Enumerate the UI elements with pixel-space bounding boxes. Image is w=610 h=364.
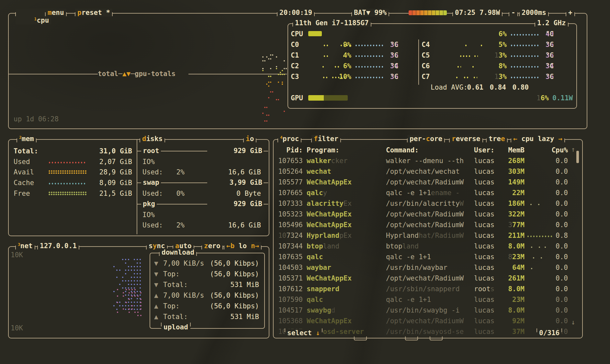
graph-dot: [137, 262, 138, 264]
graph-dot: [268, 82, 269, 83]
proc-header-program[interactable]: Program:: [307, 146, 339, 154]
graph-dot: [119, 270, 120, 271]
menu-button[interactable]: menu: [45, 9, 66, 17]
net-row-value: (56,0 Kibps): [194, 292, 259, 299]
proc-scrollbar[interactable]: [576, 151, 579, 163]
net-device-switcher[interactable]: ←b lo n→: [224, 242, 261, 250]
disk-name: pkg: [141, 200, 157, 208]
core-usage-dots: [473, 76, 477, 79]
proc-program: WeChatAppEx: [307, 210, 352, 218]
graph-dot: [113, 266, 115, 267]
proc-select-button[interactable]: select ↓: [285, 329, 322, 337]
proc-command-value: Hyprland: [386, 232, 419, 239]
proc-program-value: WeChatAppEx: [307, 221, 352, 229]
graph-dot: [113, 291, 115, 292]
graph-dot: [125, 259, 126, 260]
proc-user: lucas: [474, 306, 494, 314]
download-title: download: [159, 248, 197, 256]
proc-command-ghost: hat/RadiumW: [419, 232, 464, 239]
preset-button[interactable]: preset *: [75, 9, 112, 17]
sort-prev-icon: ←: [513, 135, 517, 143]
proc-cpu: 0.0: [547, 200, 568, 207]
proc-program-ghost: land: [323, 242, 340, 250]
graph-dot: [131, 289, 133, 290]
core-temp-wrap: 36°C: [390, 41, 398, 49]
proc-header-user[interactable]: User:: [474, 146, 494, 154]
proc-mem-value: 8.0M: [508, 242, 525, 250]
graph-dot: [530, 204, 532, 205]
proc-tree-button[interactable]: tree: [486, 135, 507, 143]
interval-increase-button[interactable]: +: [566, 9, 575, 17]
proc-user-value: lucas: [474, 221, 494, 229]
proc-cpu: 0.0: [547, 221, 568, 229]
mem-box-title[interactable]: 2mem: [17, 135, 36, 143]
proc-user: lucas: [474, 168, 494, 175]
graph-dot: [286, 68, 287, 69]
proc-header-pid[interactable]: Pid:: [274, 146, 303, 154]
proc-header-mem[interactable]: MemB: [495, 146, 525, 154]
graph-dot: [134, 302, 135, 303]
net-zero-button[interactable]: zero: [202, 242, 223, 250]
proc-mem: 823M: [495, 253, 525, 261]
graph-dot: [278, 74, 279, 75]
core-graph-dots: [511, 66, 540, 68]
interval-decrease-button[interactable]: -: [509, 9, 518, 17]
proc-user: lucas: [474, 317, 494, 325]
mem-row-label: Used: [14, 158, 30, 166]
proc-header-command[interactable]: Command:: [386, 146, 419, 154]
proc-pid-value: 107590: [278, 296, 303, 303]
proc-command: qalc -e 1+1: [386, 296, 431, 303]
graph-dot: [268, 58, 269, 60]
net-box-title[interactable]: 3net: [16, 242, 35, 250]
disks-io-title[interactable]: io: [243, 135, 256, 143]
proc-mem-value: 8.0M: [508, 306, 525, 314]
proc-header-cpu[interactable]: Cpu%: [547, 146, 568, 154]
mem-row-value: 21,5 GiB: [88, 190, 132, 197]
core-name: C5: [422, 51, 430, 59]
core-pct: 9%: [325, 41, 351, 49]
graph-dot: [134, 284, 135, 285]
proc-mem: 268M: [495, 157, 525, 165]
core-graph-dots: [511, 55, 540, 57]
proc-mem-value: 23M: [512, 296, 525, 303]
proc-user: lucas: [474, 178, 494, 186]
proc-mem: 149M: [495, 178, 525, 186]
proc-sort-selector[interactable]: ← cpu lazy →: [511, 135, 565, 143]
cpu-graph-divider-label[interactable]: total─▲▼─gpu-totals: [98, 70, 175, 78]
core-pct: 10%: [325, 73, 351, 81]
graph-dot: [128, 259, 129, 260]
proc-reverse-button[interactable]: reverse: [449, 135, 483, 143]
graph-dot: [128, 270, 129, 271]
proc-user-value: lucas: [474, 317, 494, 325]
graph-dot: [284, 111, 285, 112]
proc-mem-value: 303M: [508, 168, 525, 175]
proc-program-value: swaybg: [307, 306, 331, 314]
graph-dot: [270, 54, 271, 56]
disks-title[interactable]: disks: [140, 135, 165, 143]
graph-dot: [270, 68, 271, 69]
graph-dot: [129, 308, 130, 310]
proc-scroll-up-icon[interactable]: ↑: [571, 146, 575, 153]
graph-dot: [276, 68, 277, 69]
proc-box-title[interactable]: 4proc: [278, 135, 301, 143]
graph-dot: [140, 287, 141, 289]
core-usage-dots: [465, 44, 468, 47]
graph-dot: [282, 70, 283, 71]
proc-percore-button[interactable]: per-core: [407, 135, 445, 143]
proc-mem-value: 268M: [508, 157, 525, 165]
proc-pid-value: 107344: [278, 242, 303, 250]
proc-program: swaybgd: [307, 306, 335, 314]
core-temp-wrap: 36°C: [546, 41, 554, 49]
proc-command-value: /opt/wechat/RadiumW: [386, 178, 464, 186]
proc-filter-button[interactable]: filter: [311, 135, 341, 143]
proc-scroll-down-icon[interactable]: ↓: [571, 318, 575, 326]
graph-dot: [117, 302, 118, 303]
proc-user: lucas: [474, 242, 494, 250]
proc-program-value: qalc: [307, 253, 323, 261]
core-pct-value: 6%: [343, 62, 351, 70]
proc-program-value: wechat: [307, 168, 331, 175]
disk-used-label: Used:: [142, 190, 163, 197]
proc-command-value: /usr/bin/swayosd-se: [386, 328, 464, 336]
proc-mem-value: 77M: [512, 221, 525, 229]
proc-mem-value: 261M: [508, 274, 525, 282]
